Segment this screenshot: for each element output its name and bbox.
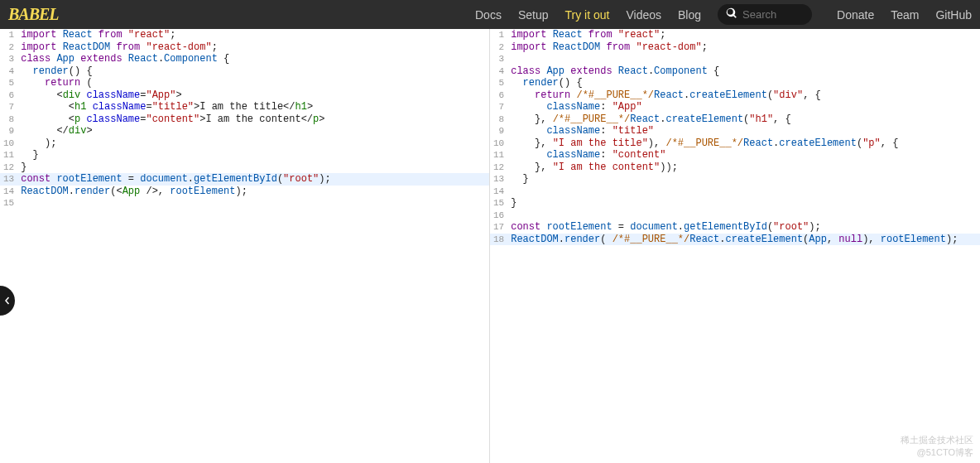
line-number: 16 <box>490 210 509 222</box>
nav-setup[interactable]: Setup <box>518 8 549 22</box>
code-content[interactable]: const rootElement = document.getElementB… <box>509 221 980 234</box>
header: BABEL DocsSetupTry it outVideosBlog Dona… <box>0 0 980 29</box>
code-content[interactable]: import ReactDOM from "react-dom"; <box>509 41 980 54</box>
code-content[interactable]: <div className="App"> <box>19 89 489 102</box>
line-number: 11 <box>0 149 19 162</box>
code-line[interactable]: 14ReactDOM.render(<App />, rootElement); <box>0 186 489 198</box>
code-line[interactable]: 3 <box>490 53 980 65</box>
code-content[interactable]: ReactDOM.render( /*#__PURE__*/React.crea… <box>509 234 980 246</box>
code-line[interactable]: 3class App extends React.Component { <box>0 53 489 65</box>
watermark-line2: @51CTO博客 <box>901 446 973 458</box>
line-number: 6 <box>490 89 509 102</box>
code-line[interactable]: 8 }, /*#__PURE__*/React.createElement("h… <box>490 113 980 126</box>
nav-donate[interactable]: Donate <box>837 8 874 22</box>
code-line[interactable]: 8 <p className="content">I am the conten… <box>0 113 489 126</box>
code-line[interactable]: 2import ReactDOM from "react-dom"; <box>0 41 489 54</box>
code-line[interactable]: 13 } <box>490 173 980 186</box>
code-content[interactable]: render() { <box>19 65 489 78</box>
code-line[interactable]: 6 return /*#__PURE__*/React.createElemen… <box>490 89 980 102</box>
search-input[interactable] <box>737 7 804 22</box>
code-line[interactable]: 18ReactDOM.render( /*#__PURE__*/React.cr… <box>490 234 980 246</box>
code-line[interactable]: 1import React from "react"; <box>490 29 980 41</box>
code-line[interactable]: 9 className: "title" <box>490 125 980 137</box>
code-content[interactable]: import ReactDOM from "react-dom"; <box>19 41 489 54</box>
code-line[interactable]: 5 render() { <box>490 77 980 89</box>
code-content[interactable]: class App extends React.Component { <box>509 65 980 78</box>
code-line[interactable]: 15} <box>490 197 980 210</box>
editor-split: 1import React from "react";2import React… <box>0 29 980 463</box>
code-content[interactable]: }, "I am the content")); <box>509 162 980 174</box>
code-line[interactable]: 11 } <box>0 149 489 162</box>
code-content[interactable]: <p className="content">I am the content<… <box>19 113 489 126</box>
nav-team[interactable]: Team <box>891 8 919 22</box>
line-number: 1 <box>490 29 509 41</box>
code-content[interactable]: return /*#__PURE__*/React.createElement(… <box>509 89 980 102</box>
code-line[interactable]: 10 }, "I am the title"), /*#__PURE__*/Re… <box>490 137 980 150</box>
code-line[interactable]: 4class App extends React.Component { <box>490 65 980 78</box>
babel-logo[interactable]: BABEL <box>8 5 59 24</box>
line-number: 7 <box>490 101 509 113</box>
code-line[interactable]: 14 <box>490 186 980 198</box>
code-content[interactable]: class App extends React.Component { <box>19 53 489 65</box>
line-number: 18 <box>490 234 509 246</box>
line-number: 8 <box>0 113 19 126</box>
code-line[interactable]: 7 className: "App" <box>490 101 980 113</box>
code-line[interactable]: 10 ); <box>0 137 489 150</box>
code-content[interactable] <box>509 186 980 198</box>
input-editor[interactable]: 1import React from "react";2import React… <box>0 29 490 463</box>
code-content[interactable]: <h1 className="title">I am the title</h1… <box>19 101 489 113</box>
code-content[interactable] <box>19 197 489 210</box>
code-content[interactable]: }, /*#__PURE__*/React.createElement("h1"… <box>509 113 980 126</box>
code-content[interactable]: } <box>19 162 489 174</box>
code-content[interactable]: } <box>509 197 980 210</box>
nav-videos[interactable]: Videos <box>626 8 661 22</box>
code-content[interactable]: render() { <box>509 77 980 89</box>
code-line[interactable]: 16 <box>490 210 980 222</box>
code-line[interactable]: 5 return ( <box>0 77 489 89</box>
nav-docs[interactable]: Docs <box>475 8 502 22</box>
nav-github[interactable]: GitHub <box>935 8 972 22</box>
line-number: 15 <box>490 197 509 210</box>
code-content[interactable]: } <box>19 149 489 162</box>
line-number: 12 <box>490 162 509 174</box>
nav-try-it-out[interactable]: Try it out <box>565 8 610 22</box>
code-line[interactable]: 9 </div> <box>0 125 489 137</box>
code-content[interactable]: }, "I am the title"), /*#__PURE__*/React… <box>509 137 980 150</box>
code-line[interactable]: 12} <box>0 162 489 174</box>
code-content[interactable]: className: "App" <box>509 101 980 113</box>
line-number: 3 <box>490 53 509 65</box>
code-content[interactable]: return ( <box>19 77 489 89</box>
code-content[interactable]: import React from "react"; <box>509 29 980 41</box>
code-content[interactable]: ); <box>19 137 489 150</box>
code-content[interactable]: </div> <box>19 125 489 137</box>
code-line[interactable]: 17const rootElement = document.getElemen… <box>490 221 980 234</box>
code-content[interactable]: className: "title" <box>509 125 980 137</box>
code-line[interactable]: 15 <box>0 197 489 210</box>
line-number: 6 <box>0 89 19 102</box>
line-number: 5 <box>0 77 19 89</box>
code-line[interactable]: 6 <div className="App"> <box>0 89 489 102</box>
code-content[interactable]: className: "content" <box>509 149 980 162</box>
code-content[interactable]: import React from "react"; <box>19 29 489 41</box>
line-number: 2 <box>0 41 19 54</box>
watermark-line1: 稀土掘金技术社区 <box>901 434 973 446</box>
code-line[interactable]: 11 className: "content" <box>490 149 980 162</box>
code-content[interactable]: } <box>509 173 980 186</box>
code-content[interactable] <box>509 210 980 222</box>
nav-blog[interactable]: Blog <box>678 8 701 22</box>
code-line[interactable]: 4 render() { <box>0 65 489 78</box>
code-line[interactable]: 7 <h1 className="title">I am the title</… <box>0 101 489 113</box>
code-line[interactable]: 13const rootElement = document.getElemen… <box>0 173 489 186</box>
line-number: 2 <box>490 41 509 54</box>
code-line[interactable]: 1import React from "react"; <box>0 29 489 41</box>
line-number: 9 <box>0 125 19 137</box>
code-content[interactable]: const rootElement = document.getElementB… <box>19 173 489 186</box>
line-number: 3 <box>0 53 19 65</box>
code-content[interactable] <box>509 53 980 65</box>
code-line[interactable]: 12 }, "I am the content")); <box>490 162 980 174</box>
line-number: 10 <box>490 137 509 150</box>
code-content[interactable]: ReactDOM.render(<App />, rootElement); <box>19 186 489 198</box>
output-editor[interactable]: 1import React from "react";2import React… <box>490 29 980 463</box>
code-line[interactable]: 2import ReactDOM from "react-dom"; <box>490 41 980 54</box>
search-box[interactable] <box>718 4 812 25</box>
